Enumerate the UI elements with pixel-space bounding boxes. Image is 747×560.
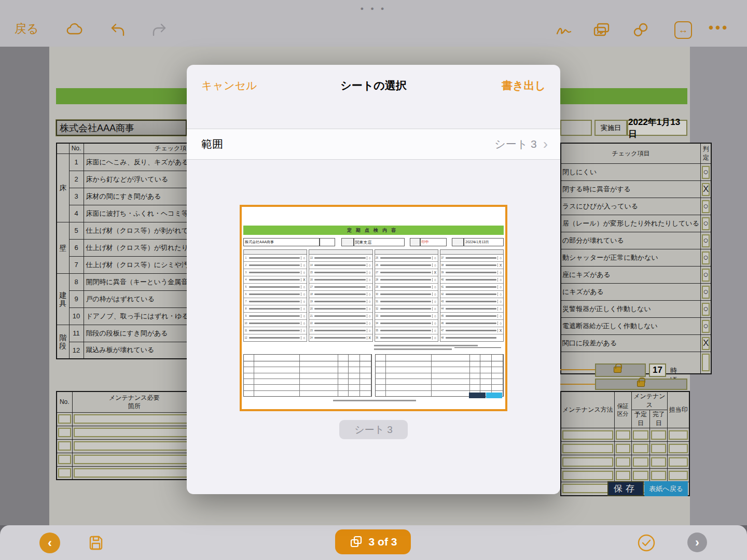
page-back-button[interactable]: ‹ (39, 533, 60, 553)
preview-mark: ○ (367, 285, 372, 289)
preview-text-line (314, 330, 365, 331)
preview-row-number: 37 (440, 257, 445, 259)
preview-check-row: 22○ (309, 320, 372, 327)
preview-check-row: 35○ (375, 327, 438, 334)
preview-column-header (440, 250, 503, 255)
preview-row-number: 39 (440, 271, 445, 274)
preview-save-button (469, 393, 486, 398)
preview-row-number: 10 (244, 322, 248, 325)
preview-text-line (380, 286, 431, 288)
preview-text-line (249, 264, 300, 266)
export-button[interactable]: 書き出し (502, 78, 546, 93)
preview-check-row: 48 (440, 334, 503, 341)
preview-check-row: 23○ (309, 327, 372, 334)
preview-row-number: 6 (244, 293, 248, 296)
preview-check-row: 28○ (375, 276, 438, 284)
preview-check-row: 20○ (309, 305, 372, 313)
preview-mark: X (432, 271, 438, 274)
preview-mark: ○ (432, 329, 438, 332)
preview-row-number: 47 (440, 329, 445, 332)
preview-mark: ○ (367, 292, 372, 296)
preview-maintenance-row (244, 361, 371, 367)
preview-check-row: 44○ (440, 305, 503, 313)
range-row[interactable]: 範囲 シート 3 › (187, 129, 560, 160)
preview-mark: ○ (301, 263, 307, 267)
preview-check-row: 42○ (440, 291, 503, 298)
preview-row-number: 8 (244, 307, 248, 310)
page-forward-button[interactable]: › (687, 533, 707, 552)
preview-mark: ○ (432, 292, 438, 296)
preview-text-line (249, 279, 300, 281)
preview-text-line (314, 293, 365, 295)
preview-text-line (249, 323, 300, 324)
preview-row-number: 42 (440, 293, 445, 296)
preview-text-line (249, 315, 300, 317)
preview-maintenance-row (376, 373, 503, 379)
preview-row-number: 25 (375, 257, 379, 259)
preview-branch: 関東支店 (354, 238, 405, 246)
sheet-selection-modal: キャンセル シートの選択 書き出し 範囲 シート 3 › 定期点検内容 株式会社… (187, 65, 560, 494)
preview-column-header (375, 250, 438, 255)
preview-mark: X (497, 263, 503, 267)
preview-text-line (446, 301, 496, 302)
preview-row-number: 34 (375, 322, 379, 325)
preview-row-number: 29 (375, 286, 379, 288)
preview-check-row: 46○ (440, 320, 503, 327)
preview-check-row: 3○ (244, 269, 307, 276)
preview-row-number: 13 (309, 257, 313, 259)
preview-maintenance-row (376, 367, 503, 373)
preview-row-number: 28 (375, 278, 379, 281)
preview-check-row: 15○ (309, 269, 372, 276)
preview-text-line (249, 293, 300, 295)
preview-row-number: 46 (440, 322, 445, 325)
preview-mark: ○ (367, 263, 372, 267)
preview-mark: ○ (367, 329, 372, 332)
save-icon[interactable] (87, 534, 105, 552)
preview-maintenance-table (243, 354, 372, 397)
preview-mark: ○ (432, 321, 438, 325)
preview-mark: X (367, 336, 372, 340)
preview-mark: ○ (432, 307, 438, 311)
preview-column-header (244, 250, 307, 255)
preview-check-row: 38X (440, 262, 503, 269)
preview-text-line (446, 293, 496, 295)
preview-check-row: 37○ (440, 255, 503, 262)
preview-mark: ○ (367, 314, 372, 318)
confirm-check-icon[interactable] (637, 534, 656, 552)
preview-note-line (374, 345, 478, 346)
preview-maintenance-row (376, 379, 503, 385)
preview-check-row: 40○ (440, 276, 503, 284)
preview-row-number: 19 (309, 300, 313, 303)
preview-check-row: 34○ (375, 320, 438, 327)
preview-text-line (314, 308, 365, 310)
page-indicator-label: 3 of 3 (369, 536, 397, 548)
preview-check-row: 7○ (244, 298, 307, 305)
preview-text-line (249, 272, 300, 273)
preview-text-line (446, 308, 496, 310)
preview-check-row: 6○ (244, 291, 307, 298)
preview-form-title: 定期点検内容 (243, 226, 504, 235)
preview-row-number: 21 (309, 315, 313, 317)
preview-mark: ○ (497, 314, 503, 318)
preview-maintenance-row (376, 361, 503, 367)
sheet-preview-thumbnail: 定期点検内容 株式会社AAA商事 関東支店 印中 2022年1月13日 1○2○… (240, 205, 507, 411)
preview-text-line (446, 257, 496, 259)
preview-check-row: 10○ (244, 320, 307, 327)
preview-text-line (446, 323, 496, 324)
preview-check-row: 29○ (375, 284, 438, 291)
preview-text-line (380, 315, 431, 317)
preview-row-number: 16 (309, 278, 313, 281)
preview-text-line (314, 323, 365, 324)
preview-mark: ○ (367, 271, 372, 274)
page-indicator-button[interactable]: 3 of 3 (335, 529, 411, 554)
sheet-3-pill-button[interactable]: シート 3 (339, 420, 408, 439)
preview-form: 定期点検内容 株式会社AAA商事 関東支店 印中 2022年1月13日 1○2○… (242, 207, 505, 409)
preview-text-line (249, 257, 300, 259)
preview-signature-rule (454, 347, 501, 348)
preview-row-number: 1 (244, 257, 248, 259)
preview-check-column: 37○38X39○40○41○42○43○44○45○46○47X48 (440, 249, 504, 342)
preview-check-column: 1○2○3○4X5○6○7○8○9○10○11○12○ (243, 249, 307, 342)
preview-check-row: 2○ (244, 262, 307, 269)
preview-check-row: 4X (244, 276, 307, 284)
preview-text-line (446, 264, 496, 266)
